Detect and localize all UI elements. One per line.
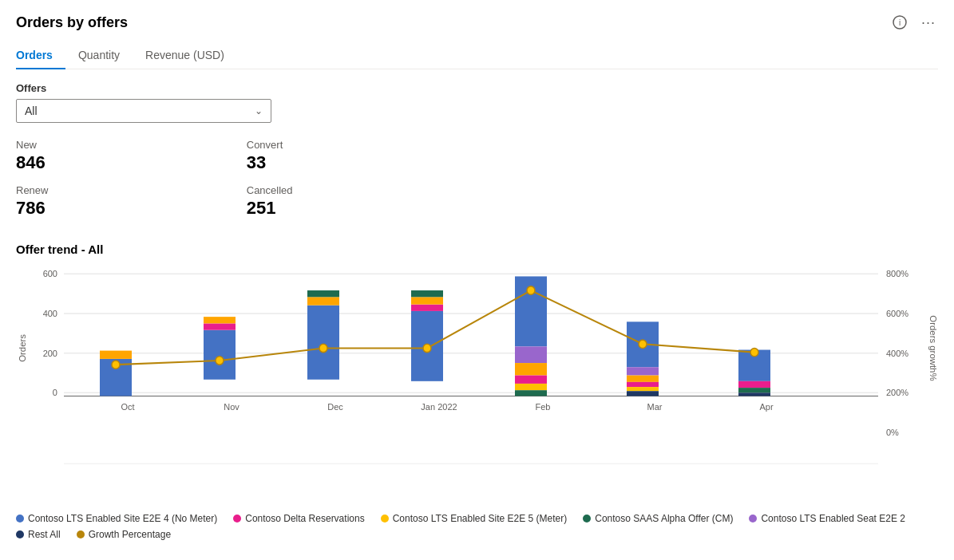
svg-rect-52 — [738, 388, 770, 392]
svg-rect-49 — [627, 391, 659, 396]
svg-text:Orders growth%: Orders growth% — [928, 315, 938, 381]
svg-rect-43 — [515, 390, 547, 396]
legend-color-contoso-delta — [233, 515, 241, 523]
svg-point-54 — [112, 361, 120, 369]
legend-color-growth — [77, 530, 85, 538]
chart-legend: Contoso LTS Enabled Site E2E 4 (No Meter… — [16, 513, 938, 540]
tab-orders[interactable]: Orders — [16, 42, 65, 69]
svg-text:Oct: Oct — [121, 402, 135, 412]
stat-new: New 846 — [16, 136, 247, 181]
svg-text:Apr: Apr — [759, 402, 773, 412]
svg-text:400: 400 — [43, 309, 57, 318]
svg-rect-53 — [738, 392, 770, 396]
legend-item-2: Contoso LTS Enabled Site E2E 5 (Meter) — [381, 513, 568, 524]
legend-item-3: Contoso SAAS Alpha Offer (CM) — [583, 513, 733, 524]
svg-point-59 — [639, 340, 647, 348]
svg-text:i: i — [899, 18, 901, 27]
tab-revenue[interactable]: Revenue (USD) — [145, 42, 237, 69]
svg-rect-45 — [627, 367, 659, 375]
svg-point-56 — [319, 344, 327, 352]
svg-text:800%: 800% — [886, 269, 908, 278]
svg-rect-47 — [627, 382, 659, 387]
stats-grid: New 846 Convert 33 Renew 786 Cancelled 2… — [16, 136, 477, 227]
svg-text:Feb: Feb — [536, 402, 551, 412]
legend-label-6: Growth Percentage — [89, 529, 171, 540]
dropdown-value: All — [25, 105, 38, 117]
legend-item-0: Contoso LTS Enabled Site E2E 4 (No Meter… — [16, 513, 217, 524]
svg-point-57 — [423, 344, 431, 352]
svg-rect-31 — [307, 306, 339, 380]
legend-label-3: Contoso SAAS Alpha Offer (CM) — [595, 513, 733, 524]
svg-text:0: 0 — [53, 388, 57, 397]
svg-rect-30 — [204, 317, 236, 323]
svg-rect-39 — [515, 346, 547, 363]
svg-text:400%: 400% — [886, 349, 908, 358]
more-options-icon[interactable]: ··· — [919, 13, 938, 32]
legend-label-1: Contoso Delta Reservations — [245, 513, 364, 524]
svg-rect-33 — [307, 290, 339, 297]
svg-rect-32 — [307, 297, 339, 305]
svg-text:Orders: Orders — [18, 334, 27, 362]
svg-rect-29 — [204, 323, 236, 329]
legend-label-2: Contoso LTS Enabled Site E2E 5 (Meter) — [393, 513, 568, 524]
bar-line-chart: 600 400 200 0 800% 600% 400% 200% 0% Ord… — [16, 266, 938, 505]
offers-dropdown[interactable]: All ⌄ — [16, 99, 271, 123]
stat-new-label: New — [16, 139, 247, 151]
svg-rect-40 — [515, 363, 547, 376]
page-title: Orders by offers — [16, 14, 128, 31]
stat-renew-value: 786 — [16, 198, 247, 219]
svg-text:200: 200 — [43, 349, 57, 358]
svg-rect-46 — [627, 376, 659, 382]
stat-convert: Convert 33 — [247, 136, 477, 181]
header-icons: i ··· — [890, 13, 938, 32]
legend-item-4: Contoso LTS Enabled Seat E2E 2 — [749, 513, 905, 524]
svg-text:Nov: Nov — [224, 402, 239, 412]
legend-color-contoso-saas — [583, 515, 591, 523]
svg-rect-28 — [204, 330, 236, 380]
svg-rect-27 — [100, 351, 132, 359]
stat-convert-label: Convert — [247, 139, 477, 151]
svg-text:Jan 2022: Jan 2022 — [421, 402, 457, 412]
svg-point-55 — [216, 357, 224, 365]
legend-color-contoso-lts-5 — [381, 515, 389, 523]
tab-quantity[interactable]: Quantity — [78, 42, 133, 69]
legend-color-rest-all — [16, 530, 24, 538]
stat-cancelled-value: 251 — [247, 198, 477, 219]
svg-rect-36 — [411, 297, 443, 304]
svg-rect-35 — [411, 305, 443, 311]
chart-title: Offer trend - All — [16, 243, 938, 256]
svg-rect-42 — [515, 384, 547, 390]
svg-text:200%: 200% — [886, 388, 908, 397]
stat-cancelled: Cancelled 251 — [247, 181, 477, 227]
svg-rect-51 — [738, 381, 770, 388]
svg-rect-41 — [515, 376, 547, 384]
chevron-down-icon: ⌄ — [255, 105, 263, 116]
svg-text:Mar: Mar — [647, 402, 663, 412]
legend-item-1: Contoso Delta Reservations — [233, 513, 364, 524]
svg-point-60 — [750, 348, 758, 356]
chart-section: Offer trend - All 600 400 200 0 800% 600… — [16, 243, 938, 540]
svg-text:Dec: Dec — [327, 402, 343, 412]
page-container: Orders by offers i ··· Orders Quantity R… — [0, 0, 954, 560]
header-row: Orders by offers i ··· — [16, 13, 938, 32]
svg-point-58 — [527, 286, 535, 294]
legend-color-contoso-seat — [749, 515, 757, 523]
stat-renew: Renew 786 — [16, 181, 247, 227]
info-icon[interactable]: i — [890, 13, 909, 32]
legend-color-contoso-lts-4 — [16, 515, 24, 523]
legend-label-0: Contoso LTS Enabled Site E2E 4 (No Meter… — [28, 513, 217, 524]
stat-new-value: 846 — [16, 152, 247, 173]
offers-label: Offers — [16, 82, 938, 94]
legend-label-5: Rest All — [28, 529, 61, 540]
legend-item-5: Rest All — [16, 529, 61, 540]
chart-wrapper: 600 400 200 0 800% 600% 400% 200% 0% Ord… — [16, 266, 938, 505]
svg-text:600: 600 — [43, 269, 57, 278]
svg-rect-37 — [411, 290, 443, 297]
svg-text:0%: 0% — [886, 428, 899, 437]
tabs-bar: Orders Quantity Revenue (USD) — [16, 41, 938, 69]
stat-cancelled-label: Cancelled — [247, 184, 477, 196]
svg-rect-48 — [627, 387, 659, 391]
legend-item-6: Growth Percentage — [77, 529, 171, 540]
stat-convert-value: 33 — [247, 152, 477, 173]
legend-label-4: Contoso LTS Enabled Seat E2E 2 — [761, 513, 905, 524]
